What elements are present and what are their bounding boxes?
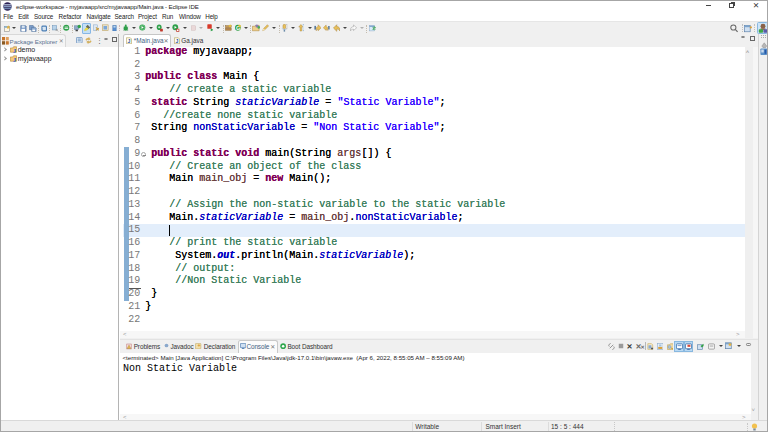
svg-text:J: J [176,38,179,44]
svg-text:J: J [13,47,16,53]
svg-text:J: J [13,56,16,62]
svg-text:J: J [128,38,131,44]
